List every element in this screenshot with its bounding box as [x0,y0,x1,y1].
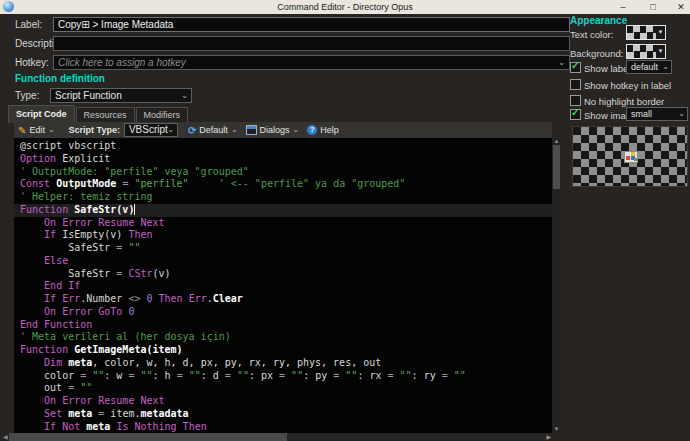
checkbox-show-hotkey-in-label[interactable] [570,79,581,90]
code-line: Set meta = item.metadata [14,408,552,421]
code-line: On Error Resume Next [14,395,552,408]
text-color-swatch[interactable]: ▾ [626,25,666,40]
chevron-down-icon: ▾ [656,45,665,58]
default-button[interactable]: ⟳ Default ⌄ [184,122,242,138]
appearance-header: Appearance [570,15,627,26]
text-color-label: Text color: [570,29,613,40]
checkbox-no-highlight-border[interactable] [570,95,581,106]
tab-script-code[interactable]: Script Code [8,105,75,123]
description-input[interactable] [53,36,570,51]
chevron-down-icon: ⌄ [181,92,188,100]
tab-resources[interactable]: Resources [76,107,135,123]
script-type-caption: Script Type: [65,122,124,138]
code-line: On Error GoTo 0 [14,306,552,319]
scroll-up-icon[interactable]: ▲ [552,138,561,144]
check-icon: ✓ [571,60,579,71]
code-line: On Error Resume Next [14,217,552,230]
refresh-icon: ⟳ [188,125,196,136]
checkbox-show-image[interactable]: ✓ [570,109,581,120]
scroll-left-icon[interactable]: ◀ [3,433,8,441]
code-line: End If [14,280,552,293]
code-line: Function SafeStr(v) [14,204,552,217]
code-line: ' Meta verileri al (her dosya için) [14,331,552,344]
chevron-down-icon: ⌄ [293,126,300,134]
label-no-highlight-border: No highlight border [584,96,664,107]
edit-button[interactable]: ✎ Edit ⌄ [14,122,59,138]
code-line: ' Helper: temiz string [14,191,552,204]
code-line: If IsEmpty(v) Then [14,229,552,242]
edit-pencil-icon: ✎ [18,125,26,136]
command-image-icon [624,151,638,163]
hotkey-caption: Hotkey: [15,57,49,68]
image-preview [572,126,688,187]
code-line: If Not meta Is Nothing Then [14,421,552,434]
background-color-label: Background: [570,48,623,59]
help-icon: ? [307,125,317,135]
code-line: Const OutputMode = "perfile" ' <-- "perf… [14,178,552,191]
function-definition-header: Function definition [15,73,105,84]
chevron-down-icon: ⌄ [662,63,669,71]
chevron-down-icon: ⌄ [678,110,685,118]
code-line: If Err.Number <> 0 Then Err.Clear [14,293,552,306]
background-color-swatch[interactable]: ▾ [626,44,666,59]
code-line: SafeStr = CStr(v) [14,268,552,281]
command-editor-window: Command Editor - Directory Opus – □ ✕ La… [0,0,690,441]
horizontal-scrollbar[interactable]: ◀ ▶ [2,433,552,441]
code-line: SafeStr = "" [14,242,552,255]
horizontal-scroll-thumb[interactable] [9,433,287,441]
code-line: Function GetImageMeta(item) [14,344,552,357]
dropdown-show-image[interactable]: small⌄ [626,107,688,121]
vertical-scrollbar[interactable]: ▲ ▼ [552,138,561,432]
type-select[interactable]: Script Function ⌄ [50,88,192,103]
scroll-right-icon[interactable]: ▶ [546,433,551,441]
chevron-down-icon: ▾ [656,26,665,39]
label-caption: Label: [15,19,42,30]
tab-modifiers[interactable]: Modifiers [136,107,189,123]
chevron-down-icon: ⌄ [558,59,565,67]
hotkey-input[interactable]: Click here to assign a hotkey ⌄ [53,55,570,70]
text-cursor [134,204,135,215]
code-line: Dim meta, color, w, h, d, px, py, rx, ry… [14,357,552,370]
code-line: out = "" [14,382,552,395]
help-button[interactable]: ? Help [303,122,343,138]
chevron-down-icon: ⌄ [167,126,174,134]
scroll-down-icon[interactable]: ▼ [552,426,561,432]
code-line: Option Explicit [14,153,552,166]
script-type-select[interactable]: VBScript ⌄ [124,123,178,137]
chevron-down-icon: ⌄ [231,126,238,134]
checkbox-show-label[interactable]: ✓ [570,62,581,73]
code-line: End Function [14,319,552,332]
chevron-down-icon: ⌄ [48,126,55,134]
script-code-editor[interactable]: @script vbscriptOption Explicit' OutputM… [14,138,552,434]
code-line: @script vbscript [14,140,552,153]
dialogs-button[interactable]: Dialogs ⌄ [242,122,304,138]
check-icon: ✓ [571,107,579,118]
code-line: Else [14,255,552,268]
appearance-panel: Appearance Text color: ▾ Background: ▾ ✓… [570,10,690,210]
code-line: ' OutputMode: "perfile" veya "grouped" [14,166,552,179]
code-line: color = "": w = "": h = "": d = "": px =… [14,370,552,383]
dialog-window-icon [246,125,257,135]
hotkey-placeholder: Click here to assign a hotkey [58,57,186,68]
type-caption: Type: [15,90,39,101]
tab-strip: Script CodeResourcesModifiers [8,107,189,123]
script-toolbar: ✎ Edit ⌄ Script Type: VBScript ⌄ ⟳ Defau… [14,122,552,138]
vertical-scroll-thumb[interactable] [553,145,560,189]
label-input[interactable]: Copy⊞ > Image Metadata [53,17,570,32]
label-show-hotkey-in-label: Show hotkey in label [584,80,671,91]
dropdown-show-label[interactable]: default⌄ [626,60,672,74]
